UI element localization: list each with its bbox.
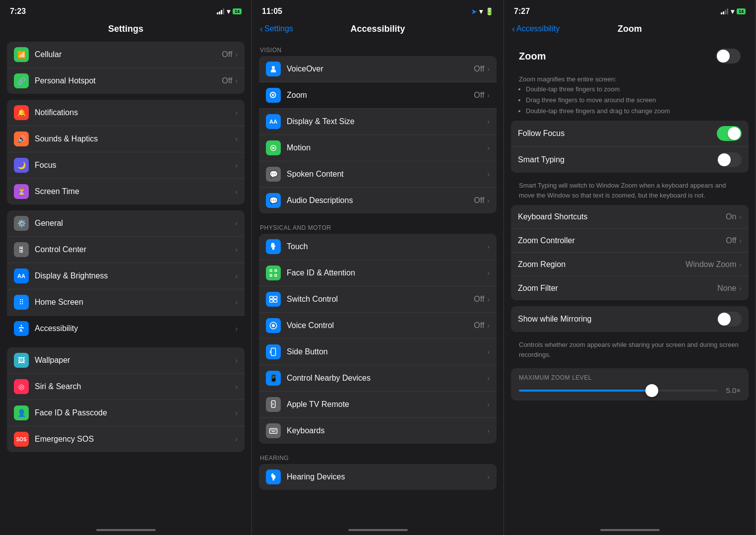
- zoom-icon: [266, 88, 281, 103]
- zoom-point: Double-tap three fingers to zoom: [526, 84, 741, 95]
- smart-typing-toggle[interactable]: [717, 152, 742, 167]
- item-value: Off: [474, 91, 484, 100]
- follow-focus-toggle[interactable]: [717, 126, 742, 141]
- list-item[interactable]: 🌙 Focus ›: [7, 152, 245, 179]
- list-item[interactable]: VoiceOver Off ›: [259, 56, 497, 82]
- zoom-scroll[interactable]: Zoom Zoom magnifies the entire screen: D…: [504, 40, 756, 526]
- smart-typing-note: Smart Typing will switch to Window Zoom …: [504, 179, 756, 205]
- mirroring-label: Show while Mirroring: [518, 315, 717, 324]
- sounds-icon: 🔊: [14, 132, 29, 146]
- list-item[interactable]: ⚙️ General ›: [7, 210, 245, 237]
- zoom-main-title: Zoom: [519, 51, 546, 62]
- zoom-controller-item[interactable]: Zoom Controller Off ›: [511, 229, 749, 253]
- list-item[interactable]: ◎ Siri & Search ›: [7, 374, 245, 400]
- status-icons-3: ▾ 14: [721, 7, 746, 15]
- list-item[interactable]: ⠿ Home Screen ›: [7, 289, 245, 316]
- zoom-filter-item[interactable]: Zoom Filter None ›: [511, 276, 749, 300]
- list-item[interactable]: 🎛 Control Center ›: [7, 237, 245, 263]
- list-item[interactable]: Side Button ›: [259, 339, 497, 365]
- settings-group-2: 🔔 Notifications › 🔊 Sounds & Haptics › 🌙…: [7, 100, 245, 204]
- touch-icon: [266, 239, 281, 254]
- keyboard-shortcuts-item[interactable]: Keyboard Shortcuts On ›: [511, 205, 749, 229]
- chevron-icon: ›: [235, 356, 238, 364]
- zoom-region-item[interactable]: Zoom Region Window Zoom ›: [511, 253, 749, 276]
- list-item[interactable]: 🔊 Sounds & Haptics ›: [7, 126, 245, 152]
- list-item[interactable]: 📱 Control Nearby Devices ›: [259, 365, 497, 392]
- list-item[interactable]: 👤 Face ID & Passcode ›: [7, 400, 245, 426]
- battery-badge: 14: [233, 8, 242, 14]
- zoom-master-toggle[interactable]: [716, 49, 741, 64]
- back-button-accessibility[interactable]: ‹ Accessibility: [512, 24, 560, 33]
- faceid-icon: 👤: [14, 405, 29, 420]
- status-bar-3: 7:27 ▾ 14: [504, 0, 756, 21]
- chevron-icon: ›: [487, 170, 490, 178]
- list-item[interactable]: Keyboards ›: [259, 418, 497, 444]
- list-item[interactable]: Voice Control Off ›: [259, 313, 497, 339]
- chevron-icon: ›: [487, 243, 490, 251]
- mirroring-toggle[interactable]: [717, 312, 742, 327]
- item-label: Home Screen: [35, 298, 235, 307]
- slider-fill: [519, 390, 648, 392]
- item-value: Off: [222, 50, 232, 59]
- item-label: Switch Control: [287, 295, 474, 304]
- list-item[interactable]: 🔗 Personal Hotspot Off ›: [7, 68, 245, 94]
- list-item[interactable]: Motion ›: [259, 135, 497, 161]
- item-label: Notifications: [35, 108, 235, 117]
- accessibility-list-item[interactable]: Accessibility ›: [7, 316, 245, 341]
- voiceover-icon: [266, 62, 281, 76]
- list-item[interactable]: 💬 Audio Descriptions Off ›: [259, 188, 497, 213]
- chevron-icon: ›: [235, 435, 238, 443]
- list-item[interactable]: Touch ›: [259, 234, 497, 260]
- focus-icon: 🌙: [14, 158, 29, 173]
- status-icons-2: ➤ ▾ 🔋: [471, 7, 494, 15]
- item-value: Off: [474, 321, 484, 330]
- item-label: Hearing Devices: [287, 472, 487, 481]
- list-item[interactable]: 🔔 Notifications ›: [7, 100, 245, 126]
- chevron-icon: ›: [487, 473, 490, 481]
- list-item[interactable]: Hearing Devices ›: [259, 464, 497, 490]
- back-button-settings[interactable]: ‹ Settings: [260, 24, 293, 33]
- signal-icon: [217, 8, 224, 14]
- settings-nav: Settings: [0, 21, 252, 40]
- smart-typing-label: Smart Typing: [518, 155, 717, 164]
- status-bar-1: 7:23 ▾ 14: [0, 0, 252, 21]
- accessibility-title: Accessibility: [350, 24, 405, 34]
- chevron-icon: ›: [739, 237, 742, 245]
- chevron-icon: ›: [487, 427, 490, 435]
- item-label: Apple TV Remote: [287, 400, 487, 409]
- keyboards-icon: [266, 423, 281, 438]
- zoom-level-label: MAXIMUM ZOOM LEVEL: [519, 374, 741, 381]
- wifi-icon-2: ▾: [479, 7, 483, 15]
- general-icon: ⚙️: [14, 216, 29, 231]
- settings-group-4: 🖼 Wallpaper › ◎ Siri & Search › 👤 Face I…: [7, 347, 245, 452]
- item-label: Spoken Content: [287, 170, 487, 179]
- list-item[interactable]: 📶 Cellular Off ›: [7, 42, 245, 68]
- location-icon: ➤: [471, 8, 477, 15]
- list-item[interactable]: Switch Control Off ›: [259, 286, 497, 313]
- list-item[interactable]: Face ID & Attention ›: [259, 260, 497, 286]
- zoom-description: Zoom magnifies the entire screen:: [512, 73, 748, 84]
- faceidattn-icon: [266, 266, 281, 280]
- item-label: VoiceOver: [287, 65, 474, 73]
- zoom-region-label: Zoom Region: [518, 260, 686, 269]
- list-item[interactable]: ⏳ Screen Time ›: [7, 179, 245, 204]
- settings-scroll[interactable]: 📶 Cellular Off › 🔗 Personal Hotspot Off …: [0, 40, 252, 526]
- item-value: Off: [222, 76, 232, 85]
- list-item[interactable]: AA Display & Text Size ›: [259, 109, 497, 135]
- svg-rect-11: [270, 296, 273, 299]
- zoom-level-slider-container: MAXIMUM ZOOM LEVEL 5.0×: [511, 368, 749, 401]
- chevron-icon: ›: [235, 219, 238, 227]
- list-item[interactable]: 💬 Spoken Content ›: [259, 161, 497, 188]
- slider-thumb[interactable]: [645, 384, 658, 397]
- list-item[interactable]: Apple TV Remote ›: [259, 392, 497, 418]
- keyboard-shortcuts-label: Keyboard Shortcuts: [518, 212, 726, 221]
- item-label: General: [35, 219, 235, 228]
- zoom-description-block: Zoom magnifies the entire screen: Double…: [511, 73, 749, 121]
- list-item[interactable]: AA Display & Brightness ›: [7, 263, 245, 289]
- chevron-icon: ›: [739, 213, 742, 221]
- list-item[interactable]: 🖼 Wallpaper ›: [7, 347, 245, 374]
- accessibility-scroll[interactable]: VISION VoiceOver Off › Zoom: [252, 40, 504, 526]
- zoom-list-item[interactable]: Zoom Off ›: [259, 82, 497, 109]
- zoom-page-title: Zoom: [618, 24, 642, 34]
- list-item[interactable]: SOS Emergency SOS ›: [7, 426, 245, 452]
